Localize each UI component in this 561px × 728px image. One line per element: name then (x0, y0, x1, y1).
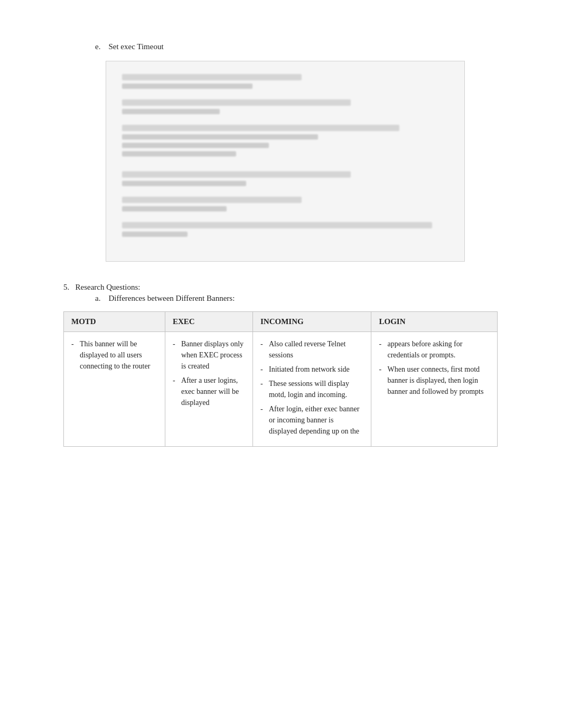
blurred-sub-5 (122, 151, 236, 156)
incoming-list: Also called reverse Telnet sessions Init… (260, 338, 363, 437)
blurred-sub-6 (122, 181, 246, 186)
table-row: This banner will be displayed to all use… (64, 332, 498, 447)
section-5-title-text: Research Questions: (76, 283, 141, 291)
col-header-exec: EXEC (165, 312, 253, 332)
subsection-a-title: Differences between Different Banners: (108, 294, 235, 302)
incoming-item-2: Initiated from network side (260, 364, 363, 375)
cell-login: appears before asking for credentials or… (371, 332, 498, 447)
section-e: e. Set exec Timeout (63, 42, 498, 262)
exec-item-2: After a user logins, exec banner will be… (173, 375, 245, 408)
motd-list: This banner will be displayed to all use… (71, 338, 157, 372)
incoming-item-4: After login, either exec banner or incom… (260, 403, 363, 437)
motd-item-1: This banner will be displayed to all use… (71, 338, 157, 372)
blurred-line-5 (122, 197, 302, 203)
cell-exec: Banner displays only when EXEC process i… (165, 332, 253, 447)
blurred-sub-2 (122, 109, 220, 114)
login-list: appears before asking for credentials or… (379, 338, 490, 397)
section-5a: a. Differences between Different Banners… (63, 294, 498, 303)
blurred-sub-7 (122, 206, 227, 211)
cell-motd: This banner will be displayed to all use… (64, 332, 165, 447)
col-header-login: LOGIN (371, 312, 498, 332)
section-e-title-text: Set exec Timeout (108, 42, 163, 51)
blurred-line-6 (122, 222, 432, 228)
banner-comparison-table: MOTD EXEC INCOMING LOGIN This banner wil… (63, 311, 498, 447)
section-e-label: e. (95, 42, 100, 51)
blurred-sub-3 (122, 134, 318, 140)
blurred-sub-8 (122, 232, 188, 237)
incoming-item-1: Also called reverse Telnet sessions (260, 338, 363, 361)
terminal-screenshot (106, 61, 465, 262)
exec-item-1: Banner displays only when EXEC process i… (173, 338, 245, 372)
section-5: 5. Research Questions: a. Differences be… (63, 283, 498, 447)
col-header-motd: MOTD (64, 312, 165, 332)
section-5-number: 5. (63, 283, 69, 291)
login-item-1: appears before asking for credentials or… (379, 338, 490, 361)
cell-incoming: Also called reverse Telnet sessions Init… (253, 332, 371, 447)
incoming-item-3: These sessions will display motd, login … (260, 378, 363, 400)
blurred-line-1 (122, 74, 302, 80)
login-item-2: When user connects, first motd banner is… (379, 364, 490, 397)
section-5-title: 5. Research Questions: (63, 283, 498, 292)
table-header-row: MOTD EXEC INCOMING LOGIN (64, 312, 498, 332)
col-header-incoming: INCOMING (253, 312, 371, 332)
blurred-line-4 (122, 171, 351, 178)
blurred-sub-4 (122, 143, 269, 148)
blurred-sub-1 (122, 84, 253, 89)
subsection-a-label: a. (95, 294, 100, 302)
exec-list: Banner displays only when EXEC process i… (173, 338, 245, 408)
blurred-line-3 (122, 125, 399, 131)
blurred-line-2 (122, 99, 351, 106)
section-e-title: e. Set exec Timeout (95, 42, 498, 51)
